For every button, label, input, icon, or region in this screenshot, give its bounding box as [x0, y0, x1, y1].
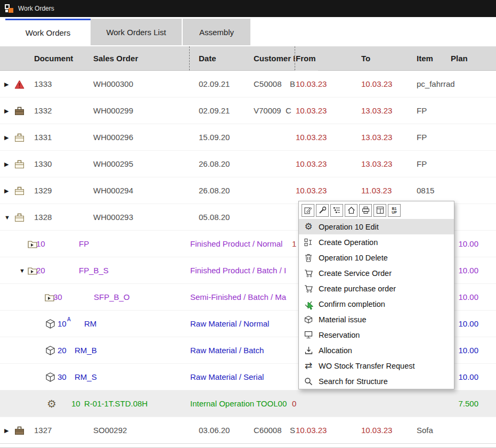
item-code-cell: RM [84, 311, 96, 337]
table-row[interactable]: ▶ 1327 SO00292 03.06.20 C60008 S 10.03.2… [0, 417, 496, 444]
column-divider-dashed[interactable] [295, 46, 295, 70]
to-cell: 11.03.23 [361, 177, 392, 204]
customer-name-cell: S [290, 417, 295, 444]
trash-icon [303, 252, 314, 263]
menu-item-label: Allocation [319, 346, 352, 355]
item-code-cell: RM_S [75, 364, 97, 390]
search-icon [303, 376, 314, 387]
tab-work-orders[interactable]: Work Orders [5, 19, 91, 45]
expand-arrow-icon[interactable]: ▶ [4, 151, 9, 177]
menu-item-label: Search for Structure [319, 377, 388, 386]
download-tray-icon [303, 345, 314, 356]
tab-work-orders-list[interactable]: Work Orders List [91, 19, 182, 45]
toolbox-icon [14, 417, 25, 444]
briefcase-icon [14, 151, 25, 177]
column-divider-dashed[interactable] [189, 46, 190, 70]
description-cell: Raw Material / Serial [190, 364, 264, 390]
collapse-arrow-icon[interactable]: ▼ [19, 257, 25, 284]
item-cell: FP [417, 151, 427, 177]
menu-item-create-service-order[interactable]: Create Service Order [299, 265, 454, 281]
to-cell: 10.03.23 [361, 417, 392, 444]
cart-icon [303, 268, 314, 279]
tab-label: Assembly [199, 28, 234, 37]
gear-icon: ⚙ [303, 222, 314, 232]
description-cell: Internal Operation TOOL00 [190, 390, 287, 417]
printer-icon[interactable] [359, 204, 372, 217]
tab-label: Work Orders [26, 28, 71, 37]
from-cell: 1 [292, 231, 296, 257]
header-date[interactable]: Date [199, 46, 216, 71]
sales-order-cell: WH000293 [93, 204, 133, 231]
gear-icon: ⚙ [47, 390, 56, 417]
menu-item-operation-delete[interactable]: Operation 10 Delete [299, 250, 454, 265]
expand-arrow-icon[interactable]: ▶ [4, 71, 9, 97]
briefcase-icon [14, 124, 25, 151]
table-row[interactable]: ▶ 1331 WH000296 15.09.20 10.03.23 13.03.… [0, 124, 496, 151]
sales-order-cell: WH000296 [93, 124, 133, 151]
app-logo-icon [5, 4, 13, 13]
menu-item-material-issue[interactable]: Material issue [299, 312, 454, 327]
cart-icon [303, 283, 314, 294]
context-menu: B1UP ⚙ Operation 10 Edit Create Operatio… [298, 201, 454, 389]
menu-item-allocation[interactable]: Allocation [299, 343, 454, 358]
expand-arrow-icon[interactable]: ▶ [4, 97, 9, 124]
plan-cell: 10.00 [458, 311, 478, 337]
plan-cell: 10.00 [458, 257, 478, 284]
work-orders-window: Work Orders Work Orders Work Orders List… [0, 0, 496, 448]
tab-strip: Work Orders Work Orders List Assembly [0, 18, 496, 45]
table-header: Document Sales Order Date Customer Name … [0, 46, 496, 71]
window-panes-icon[interactable] [373, 204, 386, 217]
header-sales-order[interactable]: Sales Order [93, 46, 138, 71]
menu-item-operation-edit[interactable]: ⚙ Operation 10 Edit [299, 219, 454, 234]
table-row[interactable]: ▶ 1329 WH000294 26.08.20 10.03.23 11.03.… [0, 177, 496, 204]
menu-item-create-operation[interactable]: Create Operation [299, 234, 454, 250]
header-plan[interactable]: Plan [451, 46, 468, 71]
date-cell: 15.09.20 [199, 124, 230, 151]
menu-item-label: Operation 10 Edit [319, 223, 379, 231]
table-row[interactable]: ▶ 1332 WH000299 02.09.21 V70009 C 10.03.… [0, 97, 496, 124]
menu-item-wo-stock-transfer-request[interactable]: ⇄ WO Stock Transfer Request [299, 358, 454, 373]
table-row-operation-selected[interactable]: ⚙ 10 R-01-1T.STD.08H Internal Operation … [0, 390, 496, 417]
table-row[interactable]: ▶ 1333 WH000300 02.09.21 C50008 B 10.03.… [0, 71, 496, 97]
to-cell: 10.03.23 [361, 71, 392, 97]
header-document[interactable]: Document [34, 46, 73, 71]
header-item[interactable]: Item [417, 46, 433, 71]
customer-cell: C50008 [254, 71, 282, 97]
titlebar: Work Orders [0, 0, 496, 17]
header-from[interactable]: From [295, 46, 318, 71]
menu-item-label: WO Stock Transfer Request [319, 362, 415, 370]
menu-item-reservation[interactable]: Reservation [299, 327, 454, 343]
b1up-icon[interactable]: B1UP [388, 204, 401, 217]
description-cell: Finished Product / Normal [190, 231, 282, 257]
customer-name-cell: B [290, 71, 295, 97]
code-cell: 30 [58, 364, 67, 390]
list-tree-icon[interactable] [330, 204, 343, 217]
collapse-arrow-icon[interactable]: ▼ [4, 204, 10, 231]
edit-icon[interactable] [302, 204, 314, 217]
menu-item-search-for-structure[interactable]: Search for Structure [299, 373, 454, 389]
window-title: Work Orders [18, 5, 54, 12]
customer-cell: C60008 [254, 417, 282, 444]
header-to[interactable]: To [361, 46, 370, 71]
item-code-cell: FP_B_S [79, 257, 109, 284]
menu-item-label: Confirm completion [319, 300, 385, 308]
table-row[interactable]: ▶ 1330 WH000295 26.08.20 10.03.23 13.03.… [0, 151, 496, 177]
document-cell: 1332 [34, 97, 52, 124]
document-cell: 1327 [34, 417, 52, 444]
tab-assembly[interactable]: Assembly [183, 19, 250, 45]
code-cell: 10 [36, 231, 45, 257]
document-cell: 1331 [34, 124, 52, 151]
home-icon[interactable] [345, 204, 357, 217]
sales-order-cell: WH000294 [93, 177, 133, 204]
expand-arrow-icon[interactable]: ▶ [4, 417, 9, 444]
sales-order-cell: SO00292 [93, 417, 127, 444]
menu-item-create-purchase-order[interactable]: Create purchase order [299, 281, 454, 296]
document-cell: 1329 [34, 177, 52, 204]
wrench-icon[interactable] [316, 204, 329, 217]
item-cell: 0815 [417, 177, 434, 204]
date-cell: 02.09.21 [199, 71, 230, 97]
document-cell: 1333 [34, 71, 52, 97]
expand-arrow-icon[interactable]: ▶ [4, 124, 9, 151]
expand-arrow-icon[interactable]: ▶ [4, 177, 9, 204]
menu-item-confirm-completion[interactable]: Confirm completion [299, 296, 454, 312]
